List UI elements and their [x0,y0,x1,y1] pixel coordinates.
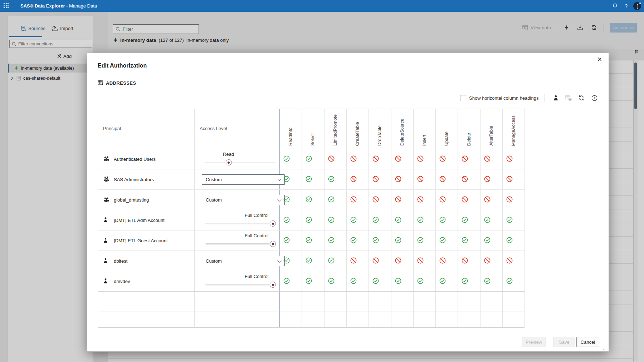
access-level-select[interactable]: Custom [202,256,285,266]
permission-deny-icon[interactable] [484,196,491,203]
user-avatar[interactable]: [ [633,2,641,10]
permission-deny-icon[interactable] [439,196,446,203]
permission-deny-icon[interactable] [350,175,357,183]
help-icon[interactable]: ? [625,3,628,9]
permission-deny-icon[interactable] [484,175,491,183]
permission-deny-icon[interactable] [461,257,468,264]
permission-allow-icon[interactable] [417,237,424,244]
permission-allow-icon[interactable] [372,277,379,284]
permission-deny-icon[interactable] [372,155,379,162]
permission-allow-icon[interactable] [506,277,513,284]
permission-allow-icon[interactable] [283,216,290,223]
permission-deny-icon[interactable] [439,175,446,183]
permission-allow-icon[interactable] [283,175,290,183]
permission-deny-icon[interactable] [417,257,424,264]
preview-button[interactable]: Preview [522,337,546,347]
permission-allow-icon[interactable] [417,277,424,284]
permission-allow-icon[interactable] [506,237,513,244]
permission-deny-icon[interactable] [484,257,491,264]
permission-allow-icon[interactable] [328,237,335,244]
access-level-slider-track[interactable] [205,243,275,245]
permission-deny-icon[interactable] [372,257,379,264]
permission-allow-icon[interactable] [305,175,312,183]
access-level-select[interactable]: Custom [202,174,285,185]
permission-grid-line [391,109,391,327]
access-level-select[interactable]: Custom [202,195,285,205]
permission-deny-icon[interactable] [461,155,468,162]
access-level-slider-track[interactable] [205,223,275,224]
access-level-slider-track[interactable] [205,284,275,286]
permission-allow-icon[interactable] [461,277,468,284]
permission-allow-icon[interactable] [372,216,379,223]
permission-deny-icon[interactable] [372,175,379,183]
access-level-slider-thumb[interactable] [226,159,232,165]
permission-allow-icon[interactable] [328,257,335,264]
permission-allow-icon[interactable] [350,237,357,244]
permission-deny-icon[interactable] [417,155,424,162]
permission-allow-icon[interactable] [395,277,402,284]
permission-allow-icon[interactable] [395,237,402,244]
permission-allow-icon[interactable] [484,216,491,223]
permission-allow-icon[interactable] [328,277,335,284]
permission-allow-icon[interactable] [283,155,290,162]
permission-deny-icon[interactable] [350,196,357,203]
cancel-button[interactable]: Cancel [576,337,599,347]
permission-deny-icon[interactable] [484,155,491,162]
permission-allow-icon[interactable] [283,277,290,284]
permission-deny-icon[interactable] [350,257,357,264]
access-level-slider-label: Full Control [245,213,268,218]
permission-allow-icon[interactable] [506,216,513,223]
access-level-slider-thumb[interactable] [270,282,276,288]
permission-deny-icon[interactable] [395,175,402,183]
permission-allow-icon[interactable] [395,216,402,223]
permission-deny-icon[interactable] [461,175,468,183]
permission-allow-icon[interactable] [484,237,491,244]
resize-handle[interactable]: ⋰ [603,346,607,351]
permission-deny-icon[interactable] [506,257,513,264]
permission-deny-icon[interactable] [395,257,402,264]
access-level-slider-thumb[interactable] [270,220,276,227]
permission-allow-icon[interactable] [305,196,312,203]
permission-allow-icon[interactable] [439,216,446,223]
permission-allow-icon[interactable] [305,155,312,162]
permission-deny-icon[interactable] [395,155,402,162]
permission-column-label: LimitedPromote [333,114,338,146]
permission-deny-icon[interactable] [372,196,379,203]
permission-allow-icon[interactable] [372,237,379,244]
notifications-bell-icon[interactable] [611,2,619,10]
permission-allow-icon[interactable] [283,257,290,264]
permission-deny-icon[interactable] [439,257,446,264]
save-button[interactable]: Save [553,337,575,347]
access-level-slider-thumb[interactable] [270,241,276,247]
permission-deny-icon[interactable] [395,196,402,203]
permission-allow-icon[interactable] [305,277,312,284]
permission-allow-icon[interactable] [305,237,312,244]
permission-deny-icon[interactable] [350,155,357,162]
permission-deny-icon[interactable] [461,196,468,203]
permission-deny-icon[interactable] [417,196,424,203]
permission-deny-icon[interactable] [328,155,335,162]
permission-allow-icon[interactable] [461,216,468,223]
permission-allow-icon[interactable] [350,216,357,223]
permission-deny-icon[interactable] [506,155,513,162]
permission-allow-icon[interactable] [461,237,468,244]
permission-deny-icon[interactable] [506,175,513,183]
permission-allow-icon[interactable] [350,277,357,284]
permission-allow-icon[interactable] [305,257,312,264]
permission-allow-icon[interactable] [417,216,424,223]
access-level-slider-track[interactable] [205,162,275,163]
permission-deny-icon[interactable] [417,175,424,183]
permission-allow-icon[interactable] [283,237,290,244]
app-switcher-icon[interactable] [4,3,9,9]
permission-allow-icon[interactable] [283,196,290,203]
permission-allow-icon[interactable] [439,277,446,284]
permission-allow-icon[interactable] [305,216,312,223]
permission-allow-icon[interactable] [484,277,491,284]
permission-allow-icon[interactable] [328,175,335,183]
permission-allow-icon[interactable] [439,237,446,244]
permission-deny-icon[interactable] [506,196,513,203]
permission-allow-icon[interactable] [328,216,335,223]
permission-deny-icon[interactable] [439,155,446,162]
authorization-table: PrincipalAccess LevelReadInfoSelectLimit… [87,53,609,351]
permission-allow-icon[interactable] [328,196,335,203]
